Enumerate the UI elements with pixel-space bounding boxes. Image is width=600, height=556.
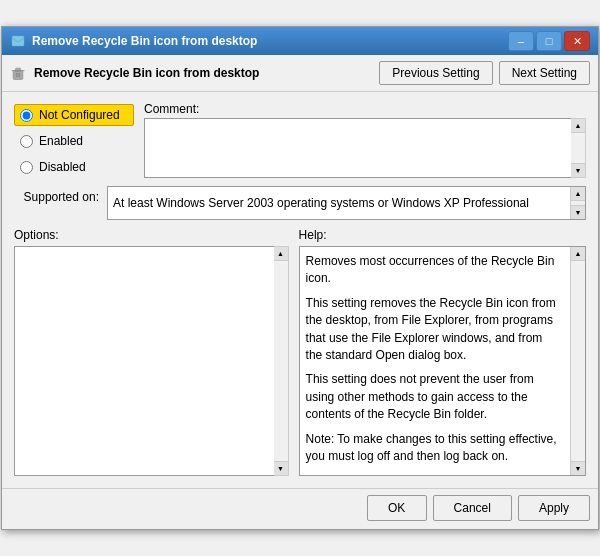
radio-disabled-label: Disabled (39, 160, 86, 174)
next-setting-button[interactable]: Next Setting (499, 61, 590, 85)
help-scrollbar: ▲ ▼ (570, 247, 585, 475)
help-label: Help: (299, 228, 586, 242)
cancel-button[interactable]: Cancel (433, 495, 512, 521)
help-p2: This setting removes the Recycle Bin ico… (306, 295, 561, 365)
supported-scroll-down[interactable]: ▼ (571, 205, 585, 219)
options-scroll-track (274, 261, 288, 461)
close-button[interactable]: ✕ (564, 31, 590, 51)
ok-button[interactable]: OK (367, 495, 427, 521)
options-label: Options: (14, 228, 289, 242)
window-title: Remove Recycle Bin icon from desktop (32, 34, 257, 48)
options-scroll-down[interactable]: ▼ (274, 461, 288, 475)
toolbar: Remove Recycle Bin icon from desktop Pre… (2, 55, 598, 92)
help-content: Removes most occurrences of the Recycle … (300, 247, 585, 475)
options-help-row: Options: ▲ ▼ Help: Removes most occurren… (14, 228, 586, 476)
main-content: Not Configured Enabled Disabled Comment:… (2, 92, 598, 486)
radio-not-configured[interactable]: Not Configured (14, 104, 134, 126)
radio-disabled-input[interactable] (20, 161, 33, 174)
title-bar: Remove Recycle Bin icon from desktop – □… (2, 27, 598, 55)
comment-scroll-box: ▲ ▼ (144, 118, 586, 178)
comment-textarea[interactable] (144, 118, 571, 178)
radio-group: Not Configured Enabled Disabled (14, 102, 134, 178)
toolbar-title: Remove Recycle Bin icon from desktop (34, 66, 371, 80)
supported-value: At least Windows Server 2003 operating s… (108, 187, 570, 219)
top-row: Not Configured Enabled Disabled Comment:… (14, 102, 586, 178)
help-scroll-track (571, 261, 585, 461)
svg-rect-0 (12, 36, 24, 46)
button-row: OK Cancel Apply (2, 488, 598, 529)
radio-disabled[interactable]: Disabled (14, 156, 134, 178)
title-bar-left: Remove Recycle Bin icon from desktop (10, 33, 257, 49)
comment-scroll-track (571, 133, 585, 163)
options-scrollbar: ▲ ▼ (274, 246, 289, 476)
comment-section: Comment: ▲ ▼ (144, 102, 586, 178)
minimize-button[interactable]: – (508, 31, 534, 51)
comment-scroll-up[interactable]: ▲ (571, 119, 585, 133)
toolbar-icon (10, 65, 26, 81)
radio-not-configured-input[interactable] (20, 109, 33, 122)
radio-enabled[interactable]: Enabled (14, 130, 134, 152)
options-scroll-up[interactable]: ▲ (274, 247, 288, 261)
help-p3: This setting does not prevent the user f… (306, 371, 561, 423)
radio-enabled-input[interactable] (20, 135, 33, 148)
apply-button[interactable]: Apply (518, 495, 590, 521)
main-window: Remove Recycle Bin icon from desktop – □… (1, 26, 599, 530)
supported-value-box: At least Windows Server 2003 operating s… (107, 186, 586, 220)
title-controls: – □ ✕ (508, 31, 590, 51)
radio-not-configured-label: Not Configured (39, 108, 120, 122)
window-icon (10, 33, 26, 49)
radio-enabled-label: Enabled (39, 134, 83, 148)
maximize-button[interactable]: □ (536, 31, 562, 51)
options-section: Options: ▲ ▼ (14, 228, 289, 476)
help-box: Removes most occurrences of the Recycle … (299, 246, 586, 476)
comment-scrollbar: ▲ ▼ (571, 118, 586, 178)
help-section: Help: Removes most occurrences of the Re… (299, 228, 586, 476)
options-box (14, 246, 274, 476)
help-scroll-up[interactable]: ▲ (571, 247, 585, 261)
supported-scroll-up[interactable]: ▲ (571, 187, 585, 201)
toolbar-buttons: Previous Setting Next Setting (379, 61, 590, 85)
supported-scrollbar: ▲ ▼ (570, 187, 585, 219)
help-p4: Note: To make changes to this setting ef… (306, 431, 561, 466)
comment-label: Comment: (144, 102, 586, 116)
supported-row: Supported on: At least Windows Server 20… (14, 186, 586, 220)
help-p1: Removes most occurrences of the Recycle … (306, 253, 561, 288)
comment-scroll-down[interactable]: ▼ (571, 163, 585, 177)
supported-label: Supported on: (14, 186, 99, 204)
help-scroll-down[interactable]: ▼ (571, 461, 585, 475)
prev-setting-button[interactable]: Previous Setting (379, 61, 492, 85)
